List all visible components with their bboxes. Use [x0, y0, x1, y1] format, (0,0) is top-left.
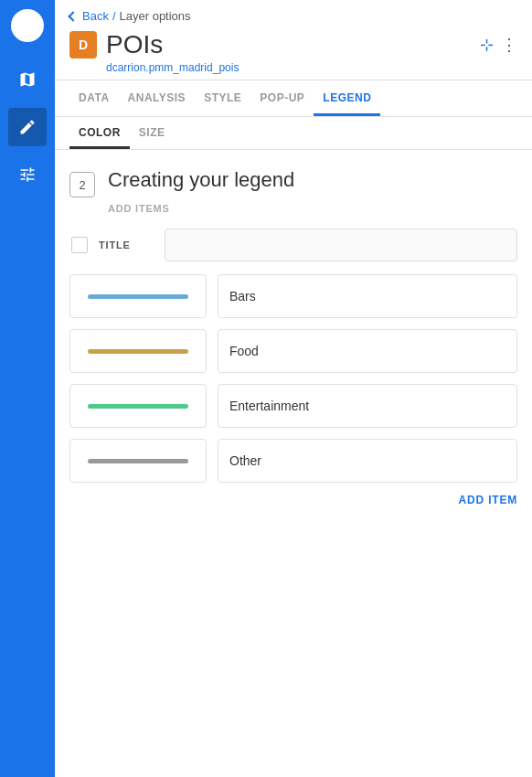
- add-item-button[interactable]: ADD ITEM: [459, 494, 517, 506]
- subtab-color[interactable]: COLOR: [69, 117, 130, 149]
- legend-item-label[interactable]: Entertainment: [218, 384, 517, 428]
- legend-content: 2 Creating your legend ADD ITEMS TITLE B…: [55, 150, 532, 777]
- main-tabs: DATA ANALYSIS STYLE POP-UP LEGEND: [55, 80, 532, 117]
- breadcrumb: Back / Layer options: [69, 9, 517, 23]
- sidebar-logo: [11, 9, 44, 42]
- layer-subtitle: dcarrion.pmm_madrid_pois: [106, 61, 517, 74]
- color-line: [88, 294, 188, 299]
- layer-icon: D: [69, 31, 97, 59]
- color-swatch[interactable]: [69, 384, 207, 428]
- color-swatch[interactable]: [69, 329, 207, 373]
- title-actions: ⊹ ⋮: [480, 35, 517, 55]
- legend-items-list: BarsFoodEntertainmentOther: [69, 274, 517, 483]
- sidebar-btn-map[interactable]: [8, 60, 47, 99]
- legend-item-label[interactable]: Food: [218, 329, 517, 373]
- title-input-row: TITLE: [69, 229, 517, 261]
- breadcrumb-page: Layer options: [120, 9, 191, 23]
- more-icon[interactable]: ⋮: [501, 35, 517, 55]
- color-line: [88, 459, 188, 463]
- tab-legend[interactable]: LEGEND: [314, 80, 380, 116]
- legend-item-label[interactable]: Bars: [218, 274, 517, 318]
- tab-popup[interactable]: POP-UP: [250, 80, 314, 116]
- subtab-size[interactable]: SIZE: [130, 117, 175, 149]
- title-left: D POIs: [69, 30, 163, 59]
- title-label: TITLE: [99, 239, 154, 250]
- sub-tabs: COLOR SIZE: [55, 117, 532, 150]
- legend-item: Food: [69, 329, 517, 373]
- back-link[interactable]: Back: [82, 9, 109, 23]
- sidebar-btn-settings[interactable]: [8, 155, 47, 194]
- title-row: D POIs ⊹ ⋮: [69, 30, 517, 59]
- title-input[interactable]: [165, 229, 517, 261]
- tab-analysis[interactable]: ANALYSIS: [119, 80, 196, 116]
- color-swatch[interactable]: [69, 439, 207, 483]
- legend-item: Bars: [69, 274, 517, 318]
- main-panel: Back / Layer options D POIs ⊹ ⋮ dcarrion…: [55, 0, 532, 777]
- legend-item-label[interactable]: Other: [218, 439, 517, 483]
- title-checkbox[interactable]: [71, 237, 88, 253]
- add-items-label: ADD ITEMS: [108, 203, 517, 214]
- add-item-row: ADD ITEM: [69, 494, 517, 506]
- legend-item: Other: [69, 439, 517, 483]
- step-number: 2: [69, 172, 95, 197]
- tab-style[interactable]: STYLE: [195, 80, 250, 116]
- color-swatch[interactable]: [69, 274, 207, 318]
- step-title: Creating your legend: [108, 168, 294, 192]
- tab-data[interactable]: DATA: [69, 80, 119, 116]
- sidebar-btn-edit[interactable]: [8, 108, 47, 146]
- color-line: [88, 404, 188, 409]
- expand-icon[interactable]: ⊹: [480, 35, 494, 55]
- step-row: 2 Creating your legend: [69, 168, 517, 197]
- layer-title: POIs: [106, 30, 163, 59]
- header: Back / Layer options D POIs ⊹ ⋮ dcarrion…: [55, 0, 532, 80]
- color-line: [88, 349, 188, 354]
- sidebar: [0, 0, 55, 777]
- breadcrumb-separator: /: [112, 9, 116, 23]
- legend-item: Entertainment: [69, 384, 517, 428]
- back-arrow-icon: [68, 11, 78, 21]
